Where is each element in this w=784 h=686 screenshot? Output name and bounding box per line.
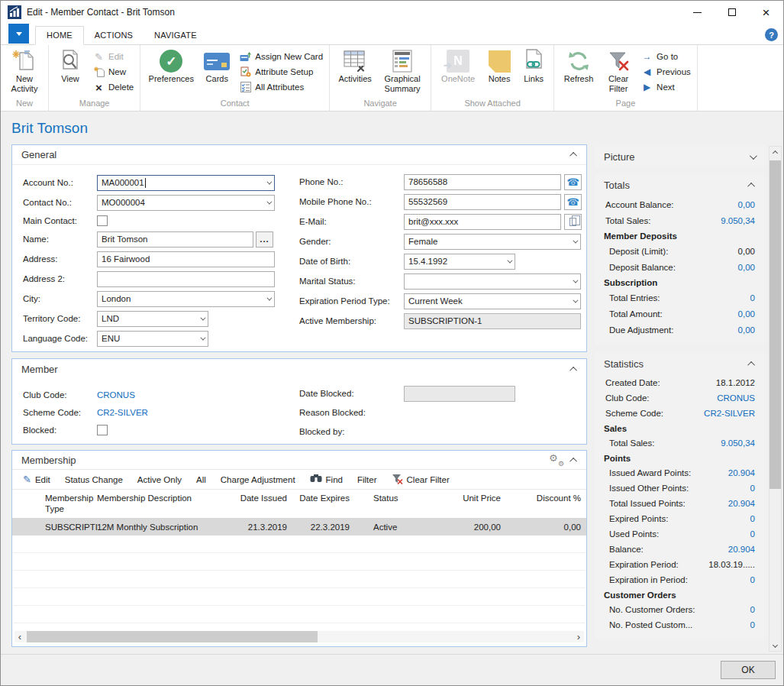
phone-no-input[interactable]: 78656588 bbox=[404, 174, 561, 190]
links-button[interactable]: Links bbox=[518, 47, 550, 86]
membership-edit-button[interactable]: ✎ Edit bbox=[23, 474, 50, 485]
chevron-down-icon[interactable] bbox=[569, 299, 576, 303]
empty-grid-row[interactable] bbox=[13, 571, 586, 588]
scroll-left-icon[interactable]: ‹ bbox=[15, 632, 25, 642]
expiration-period-type-combobox[interactable]: Current Week bbox=[404, 293, 581, 309]
territory-code-combobox[interactable]: LND bbox=[97, 311, 208, 327]
main-contact-checkbox[interactable] bbox=[97, 215, 108, 226]
membership-header[interactable]: Membership ⚙⚙ bbox=[12, 451, 586, 470]
collapse-general-icon[interactable] bbox=[569, 152, 577, 160]
configure-part-icon[interactable]: ⚙⚙ bbox=[549, 454, 564, 466]
collapse-statistics-icon[interactable] bbox=[747, 361, 755, 368]
tab-navigate[interactable]: NAVIGATE bbox=[144, 27, 208, 44]
email-input[interactable]: brit@xxx.xxx bbox=[404, 214, 561, 230]
scroll-right-icon[interactable]: › bbox=[573, 632, 584, 642]
address2-input[interactable] bbox=[97, 271, 275, 287]
view-button[interactable]: View bbox=[53, 47, 88, 86]
member-header[interactable]: Member bbox=[12, 359, 586, 379]
clear-filter-toolbar-button[interactable]: Clear Filter bbox=[392, 474, 450, 486]
graphical-summary-button[interactable]: Graphical Summary bbox=[378, 47, 427, 95]
collapse-member-icon[interactable] bbox=[569, 366, 577, 374]
tab-home[interactable]: HOME bbox=[35, 26, 84, 45]
make-call-button[interactable]: ☎ bbox=[564, 194, 582, 210]
empty-grid-row[interactable] bbox=[13, 553, 586, 571]
mobile-phone-no-input[interactable]: 55532569 bbox=[404, 194, 561, 210]
chevron-down-icon[interactable] bbox=[197, 317, 204, 321]
name-input[interactable]: Brit Tomson bbox=[97, 231, 253, 248]
club-code-link[interactable]: CRONUS bbox=[97, 390, 135, 400]
notes-button[interactable]: Notes bbox=[482, 47, 516, 86]
name-assist-button[interactable]: ... bbox=[256, 231, 273, 248]
next-button[interactable]: ▶ Next bbox=[641, 79, 691, 95]
city-combobox[interactable]: London bbox=[97, 291, 275, 307]
filter-button[interactable]: Filter bbox=[357, 475, 377, 484]
active-only-button[interactable]: Active Only bbox=[137, 475, 182, 484]
horizontal-scrollbar-thumb[interactable] bbox=[27, 631, 318, 642]
marital-status-combobox[interactable] bbox=[404, 273, 581, 290]
ok-button[interactable]: OK bbox=[721, 661, 776, 679]
previous-button[interactable]: ◀ Previous bbox=[641, 64, 691, 79]
status-change-button[interactable]: Status Change bbox=[65, 475, 123, 484]
date-of-birth-picker[interactable]: 15.4.1992 bbox=[404, 254, 515, 270]
contact-no-combobox[interactable]: MO000004 bbox=[97, 195, 275, 211]
new-button[interactable]: New bbox=[93, 64, 134, 79]
close-button[interactable]: × bbox=[749, 1, 783, 24]
column-header-discount[interactable]: Discount % bbox=[505, 493, 586, 514]
vertical-scrollbar[interactable] bbox=[769, 146, 782, 652]
scheme-code-link[interactable]: CR2-SILVER bbox=[97, 408, 148, 417]
language-code-combobox[interactable]: ENU bbox=[97, 331, 208, 347]
account-no-combobox[interactable]: MA000001 bbox=[97, 175, 275, 191]
column-header-membership-type[interactable]: Membership Type bbox=[45, 493, 97, 514]
membership-table-row[interactable]: SUBSCRIPTI... 12M Monthly Subscription 2… bbox=[12, 519, 586, 536]
column-header-date-expires[interactable]: Date Expires bbox=[292, 493, 354, 514]
chevron-down-icon[interactable] bbox=[504, 260, 511, 264]
column-header-status[interactable]: Status bbox=[354, 493, 440, 514]
go-to-button[interactable]: → Go to bbox=[641, 49, 691, 64]
totals-header[interactable]: Totals bbox=[595, 173, 764, 196]
chevron-down-icon[interactable] bbox=[263, 297, 270, 301]
blocked-checkbox[interactable] bbox=[97, 425, 108, 435]
send-email-button[interactable] bbox=[564, 214, 582, 230]
vertical-scrollbar-thumb[interactable] bbox=[769, 160, 781, 489]
activities-button[interactable]: Activities bbox=[334, 47, 376, 86]
chevron-down-icon[interactable] bbox=[197, 337, 204, 341]
statistics-header[interactable]: Statistics bbox=[595, 352, 764, 375]
chevron-down-icon[interactable] bbox=[263, 201, 270, 205]
chevron-down-icon[interactable] bbox=[263, 181, 270, 185]
make-call-button[interactable]: ☎ bbox=[564, 174, 582, 190]
column-header-date-issued[interactable]: Date Issued bbox=[219, 493, 292, 514]
empty-grid-row[interactable] bbox=[13, 536, 586, 553]
chevron-down-icon[interactable] bbox=[569, 240, 576, 244]
collapse-membership-icon[interactable] bbox=[569, 457, 577, 464]
assign-new-card-button[interactable]: Assign New Card bbox=[240, 49, 323, 64]
refresh-button[interactable]: Refresh bbox=[558, 47, 599, 86]
horizontal-scrollbar[interactable]: ‹ › bbox=[15, 631, 584, 642]
clear-filter-button[interactable]: Clear Filter bbox=[601, 47, 636, 95]
empty-grid-row[interactable] bbox=[13, 588, 586, 606]
chevron-down-icon[interactable] bbox=[569, 280, 576, 283]
gender-combobox[interactable]: Female bbox=[404, 234, 581, 250]
preferences-button[interactable]: ✓ Preferences bbox=[144, 47, 198, 86]
scroll-up-icon[interactable] bbox=[769, 147, 781, 159]
help-button[interactable]: ? bbox=[765, 28, 778, 41]
column-header-unit-price[interactable]: Unit Price bbox=[440, 493, 505, 514]
find-button[interactable]: Find bbox=[310, 474, 343, 484]
collapse-totals-icon[interactable] bbox=[747, 182, 755, 189]
cards-button[interactable]: Cards bbox=[199, 47, 234, 86]
expand-picture-icon[interactable] bbox=[750, 152, 757, 160]
attribute-setup-button[interactable]: Attribute Setup bbox=[240, 64, 323, 79]
tab-actions[interactable]: ACTIONS bbox=[84, 27, 144, 44]
delete-button[interactable]: × Delete bbox=[93, 79, 134, 95]
minimize-button[interactable] bbox=[680, 1, 715, 24]
all-button[interactable]: All bbox=[196, 475, 206, 484]
maximize-button[interactable] bbox=[715, 1, 749, 24]
picture-header[interactable]: Picture bbox=[595, 146, 764, 167]
address-input[interactable]: 16 Fairwood bbox=[97, 251, 275, 267]
empty-grid-row[interactable] bbox=[13, 606, 586, 623]
column-header-membership-description[interactable]: Membership Description bbox=[97, 493, 219, 514]
charge-adjustment-button[interactable]: Charge Adjustment bbox=[221, 475, 295, 484]
scroll-down-icon[interactable] bbox=[769, 639, 781, 651]
all-attributes-button[interactable]: All Attributes bbox=[240, 79, 323, 95]
general-header[interactable]: General bbox=[12, 145, 586, 165]
new-activity-button[interactable]: New Activity bbox=[5, 47, 44, 95]
